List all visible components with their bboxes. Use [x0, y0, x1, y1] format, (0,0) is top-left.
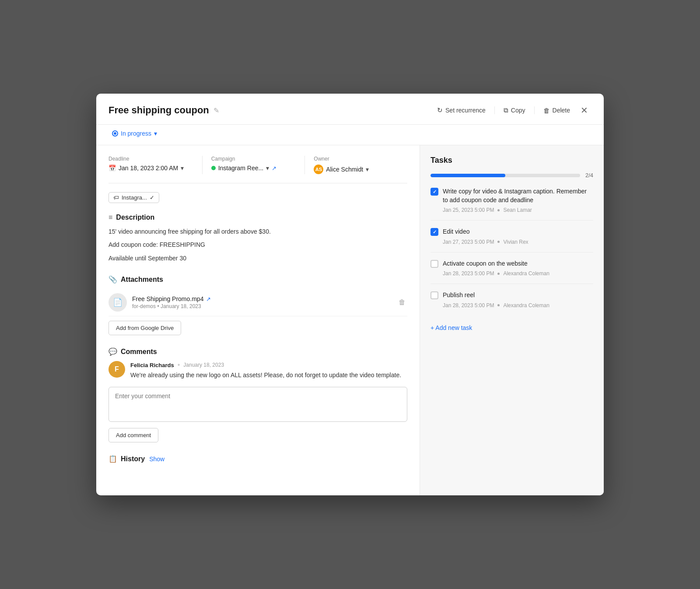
status-label: In progress	[121, 130, 151, 137]
task-top-1: Write copy for video & Instagram caption…	[430, 187, 593, 204]
description-section: ≡ Description 15' video announcing free …	[108, 214, 407, 263]
comment-author: Felicia Richards	[130, 362, 174, 368]
close-button[interactable]: ✕	[577, 103, 592, 117]
task-checkbox-2[interactable]	[430, 228, 438, 236]
attachment-info: Free Shipping Promo.mp4 ↗ for-demos • Ja…	[132, 295, 392, 309]
attachment-name: Free Shipping Promo.mp4 ↗	[132, 295, 392, 302]
add-comment-button[interactable]: Add comment	[108, 428, 158, 442]
owner-chevron-icon: ▾	[366, 166, 369, 173]
comments-section: 💬 Comments F Felicia Richards • January …	[108, 347, 407, 442]
edit-icon[interactable]: ✎	[214, 106, 219, 115]
history-show-button[interactable]: Show	[149, 456, 164, 463]
attachment-meta: for-demos • January 18, 2023	[132, 303, 392, 309]
campaign-name: Instagram Ree...	[218, 165, 264, 172]
task-assignee-1: Sean Lamar	[503, 207, 532, 213]
attachment-file-icon: 📄	[108, 293, 127, 312]
attachments-title: 📎 Attachments	[108, 275, 407, 284]
copy-icon: ⧉	[504, 106, 508, 114]
task-checkbox-4[interactable]	[430, 291, 438, 299]
modal-title: Free shipping coupon	[108, 105, 209, 116]
task-dot-4	[497, 304, 500, 306]
tag-row: 🏷 Instagra... ✓	[108, 192, 407, 203]
task-checkbox-3[interactable]	[430, 260, 438, 268]
task-date-2: Jan 27, 2023 5:00 PM	[443, 239, 494, 245]
task-assignee-4: Alexandra Coleman	[503, 302, 549, 309]
comment-header: Felicia Richards • January 18, 2023	[130, 361, 407, 369]
comment-separator: •	[178, 361, 180, 369]
status-badge[interactable]: In progress ▾	[108, 128, 161, 139]
task-name-2: Edit video	[443, 228, 469, 236]
task-name-4: Publish reel	[443, 291, 475, 300]
set-recurrence-button[interactable]: ↻ Set recurrence	[433, 104, 490, 117]
task-item-2: Edit video Jan 27, 2023 5:00 PM Vivian R…	[430, 228, 593, 252]
attachment-delete-button[interactable]: 🗑	[397, 297, 407, 308]
tag-icon: 🏷	[113, 194, 119, 201]
campaign-chevron-icon: ▾	[266, 165, 269, 172]
owner-field: Owner AS Alice Schmidt ▾	[314, 156, 407, 174]
task-dot-2	[497, 241, 500, 243]
campaign-dot-icon	[211, 166, 216, 170]
campaign-field: Campaign Instagram Ree... ▾ ↗	[211, 156, 305, 174]
modal-container: Free shipping coupon ✎ ↻ Set recurrence …	[96, 94, 604, 495]
comment-input[interactable]	[108, 387, 407, 422]
main-content: Deadline 📅 Jan 18, 2023 2:00 AM ▾ Campai…	[96, 145, 420, 495]
tag-chip[interactable]: 🏷 Instagra... ✓	[108, 192, 159, 203]
tag-checkmark-icon: ✓	[150, 194, 154, 201]
task-name-1: Write copy for video & Instagram caption…	[443, 187, 593, 204]
task-meta-2: Jan 27, 2023 5:00 PM Vivian Rex	[443, 239, 593, 245]
description-body: 15' video announcing free shipping for a…	[108, 227, 407, 263]
description-line-3: Available until September 30	[108, 253, 407, 263]
history-icon: 📋	[108, 455, 117, 463]
add-from-drive-button[interactable]: Add from Google Drive	[108, 321, 181, 335]
owner-label: Owner	[314, 156, 399, 162]
task-checkbox-1[interactable]	[430, 188, 438, 196]
task-top-3: Activate coupon on the website	[430, 259, 593, 268]
recurrence-icon: ↻	[437, 106, 443, 114]
attachments-section: 📎 Attachments 📄 Free Shipping Promo.mp4 …	[108, 275, 407, 335]
task-meta-4: Jan 28, 2023 5:00 PM Alexandra Coleman	[443, 302, 593, 309]
divider-2	[534, 106, 535, 114]
campaign-external-link-icon[interactable]: ↗	[272, 165, 276, 172]
comment-body: Felicia Richards • January 18, 2023 We'r…	[130, 361, 407, 380]
task-meta-3: Jan 28, 2023 5:00 PM Alexandra Coleman	[443, 270, 593, 277]
task-top-2: Edit video	[430, 228, 593, 236]
deadline-chevron-icon: ▾	[181, 165, 184, 172]
deadline-value[interactable]: 📅 Jan 18, 2023 2:00 AM ▾	[108, 165, 193, 172]
trash-icon: 🗑	[543, 107, 550, 114]
commenter-avatar: F	[108, 361, 125, 378]
copy-button[interactable]: ⧉ Copy	[499, 104, 530, 117]
owner-avatar: AS	[314, 165, 323, 174]
owner-value[interactable]: AS Alice Schmidt ▾	[314, 165, 399, 174]
task-dot-1	[497, 209, 500, 211]
deadline-field: Deadline 📅 Jan 18, 2023 2:00 AM ▾	[108, 156, 203, 174]
status-row: In progress ▾	[96, 125, 604, 145]
attachment-icon: 📎	[108, 275, 117, 284]
task-date-3: Jan 28, 2023 5:00 PM	[443, 270, 494, 277]
progress-row: 2/4	[430, 172, 593, 179]
comment-icon: 💬	[108, 347, 117, 356]
description-line-1: 15' video announcing free shipping for a…	[108, 227, 407, 236]
description-title: ≡ Description	[108, 214, 407, 221]
task-meta-1: Jan 25, 2023 5:00 PM Sean Lamar	[443, 207, 593, 213]
task-item-3: Activate coupon on the website Jan 28, 2…	[430, 259, 593, 284]
comment-date: January 18, 2023	[183, 362, 224, 368]
task-assignee-3: Alexandra Coleman	[503, 270, 549, 277]
attachment-external-link-icon[interactable]: ↗	[206, 296, 211, 302]
progress-bar-fill	[430, 174, 505, 177]
status-dot-icon	[112, 130, 118, 137]
divider-1	[494, 106, 495, 114]
delete-button[interactable]: 🗑 Delete	[539, 104, 574, 117]
status-chevron-icon: ▾	[154, 130, 157, 137]
task-item-4: Publish reel Jan 28, 2023 5:00 PM Alexan…	[430, 291, 593, 316]
modal-header: Free shipping coupon ✎ ↻ Set recurrence …	[96, 94, 604, 125]
campaign-label: Campaign	[211, 156, 296, 162]
header-left: Free shipping coupon ✎	[108, 105, 219, 116]
task-date-1: Jan 25, 2023 5:00 PM	[443, 207, 494, 213]
owner-name: Alice Schmidt	[326, 166, 363, 173]
campaign-value[interactable]: Instagram Ree... ▾ ↗	[211, 165, 296, 172]
add-task-button[interactable]: + Add new task	[430, 323, 472, 333]
task-top-4: Publish reel	[430, 291, 593, 300]
comments-title: 💬 Comments	[108, 347, 407, 356]
tasks-title: Tasks	[430, 156, 593, 165]
task-dot-3	[497, 273, 500, 275]
